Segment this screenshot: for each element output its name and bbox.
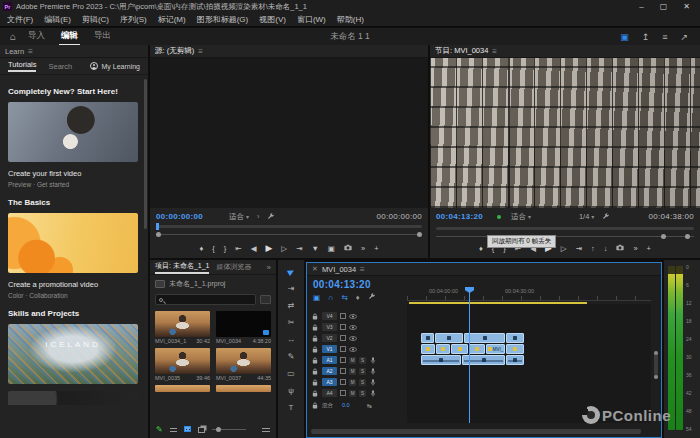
- tab-import[interactable]: 导入: [28, 28, 45, 45]
- track-name-v1[interactable]: V1: [322, 345, 337, 353]
- tab-tutorials[interactable]: Tutorials: [8, 60, 36, 72]
- close-icon[interactable]: ✕: [312, 265, 318, 273]
- source-monitor-tab[interactable]: 源: (无剪辑): [155, 46, 194, 57]
- button-editor-icon[interactable]: +: [647, 244, 651, 253]
- project-clip[interactable]: MVI_003539:46: [155, 348, 210, 381]
- timeline-vertical-scrollbar[interactable]: [654, 351, 658, 379]
- dropped-frame-indicator[interactable]: [497, 215, 501, 219]
- project-tab[interactable]: 项目: 未命名_1_1: [155, 261, 209, 274]
- sync-lock-icon[interactable]: [340, 357, 346, 363]
- lock-icon[interactable]: [311, 390, 319, 397]
- selection-tool[interactable]: ▶: [283, 264, 299, 280]
- thumbnail-zoom-slider[interactable]: [212, 426, 246, 432]
- lock-icon[interactable]: [311, 313, 319, 320]
- button-editor-icon[interactable]: +: [374, 244, 378, 253]
- program-zoom-scrollbar[interactable]: [436, 234, 694, 239]
- new-bin-icon[interactable]: [260, 295, 271, 304]
- overwrite-icon[interactable]: ▣: [328, 244, 335, 253]
- solo-button[interactable]: S: [359, 368, 366, 375]
- tab-edit[interactable]: 编辑: [61, 28, 78, 45]
- insert-icon[interactable]: ▼: [311, 244, 318, 253]
- timeline-clip[interactable]: [436, 344, 450, 354]
- minimize-button[interactable]: –: [639, 2, 643, 11]
- tutorial-card-partial[interactable]: [8, 391, 138, 405]
- timeline-horizontal-scrollbar[interactable]: [311, 429, 641, 434]
- add-marker-icon[interactable]: ♦: [356, 293, 360, 302]
- timeline-clip[interactable]: [469, 344, 485, 354]
- step-back-icon[interactable]: ◀: [251, 244, 257, 253]
- project-search-input[interactable]: [155, 294, 256, 305]
- play-icon[interactable]: ▶: [265, 243, 272, 253]
- rectangle-tool[interactable]: ▭: [285, 368, 297, 379]
- tab-export[interactable]: 导出: [94, 28, 111, 45]
- mic-icon[interactable]: [369, 379, 377, 386]
- program-current-timecode[interactable]: 00:04:13:20: [436, 212, 483, 221]
- clip-thumbnail[interactable]: [155, 348, 210, 374]
- tutorial-card-title[interactable]: Create your first video: [8, 169, 140, 178]
- add-marker-icon[interactable]: ♦: [479, 244, 483, 253]
- add-marker-icon[interactable]: ♦: [199, 244, 203, 253]
- mic-icon[interactable]: [369, 368, 377, 375]
- sync-lock-icon[interactable]: [340, 313, 346, 319]
- timeline-settings-icon[interactable]: [368, 293, 376, 302]
- panel-menu-icon[interactable]: ≡: [198, 47, 203, 56]
- zoom-handle-left[interactable]: [661, 234, 666, 239]
- project-clip[interactable]: MVI_003744:35: [216, 348, 271, 381]
- track-name-a4[interactable]: A4: [322, 389, 337, 397]
- source-scrub-bar[interactable]: [156, 225, 422, 228]
- timeline-clip[interactable]: [435, 333, 463, 343]
- mark-in-icon[interactable]: {: [212, 244, 215, 253]
- source-zoom-select[interactable]: 适合▾: [229, 212, 249, 222]
- timeline-clip[interactable]: [506, 333, 524, 343]
- project-clip-partial[interactable]: [216, 385, 271, 392]
- timeline-clip[interactable]: [506, 344, 524, 354]
- timeline-clip[interactable]: [464, 333, 505, 343]
- track-output-eye-icon[interactable]: [349, 346, 357, 353]
- track-select-tool[interactable]: ⇥: [285, 283, 297, 294]
- timeline-clip[interactable]: MVI_: [486, 344, 505, 354]
- timeline-audio-clip[interactable]: [421, 355, 461, 365]
- project-clip[interactable]: MVI_0034_130:42: [155, 311, 210, 344]
- tutorial-card-image-oranges[interactable]: [8, 213, 138, 273]
- lock-icon[interactable]: [311, 335, 319, 342]
- go-to-out-icon[interactable]: ⇥: [576, 244, 582, 253]
- sequence-tab[interactable]: MVI_0034: [322, 265, 356, 274]
- overflow-icon[interactable]: »: [361, 244, 365, 253]
- workspaces-icon[interactable]: ≡: [662, 32, 667, 42]
- home-icon[interactable]: ⌂: [10, 31, 16, 42]
- go-to-out-icon[interactable]: ⇥: [296, 244, 302, 253]
- panel-menu-icon[interactable]: ≡: [492, 47, 497, 56]
- track-name-a3[interactable]: A3: [322, 378, 337, 386]
- mute-button[interactable]: M: [349, 357, 356, 364]
- source-zoom-scrollbar[interactable]: [156, 232, 422, 237]
- razor-tool[interactable]: ✂: [285, 317, 297, 328]
- timeline-clip[interactable]: [421, 333, 434, 343]
- menu-markers[interactable]: 标记(M): [158, 14, 186, 25]
- share-icon[interactable]: ↥: [642, 32, 650, 42]
- lock-icon[interactable]: [311, 346, 319, 353]
- timeline-audio-clip[interactable]: [506, 355, 524, 365]
- track-output-eye-icon[interactable]: [349, 313, 357, 320]
- lock-icon[interactable]: [311, 368, 319, 375]
- sync-lock-icon[interactable]: [340, 324, 346, 330]
- learn-scrollbar[interactable]: [144, 79, 147, 229]
- sync-lock-icon[interactable]: [340, 346, 346, 352]
- linked-selection-icon[interactable]: ⇆: [341, 293, 347, 302]
- clip-thumbnail[interactable]: [216, 348, 271, 374]
- my-learning-button[interactable]: My Learning: [90, 62, 140, 70]
- mute-button[interactable]: M: [349, 379, 356, 386]
- freeform-view-icon[interactable]: [198, 427, 205, 433]
- icon-view-icon[interactable]: [184, 426, 191, 432]
- menu-graphics[interactable]: 图形和标题(G): [197, 14, 249, 25]
- menu-help[interactable]: 帮助(H): [337, 14, 364, 25]
- overflow-icon[interactable]: »: [267, 263, 271, 272]
- track-output-eye-icon[interactable]: [349, 324, 357, 331]
- writable-indicator-icon[interactable]: ✎: [156, 425, 163, 434]
- menu-edit[interactable]: 编辑(E): [44, 14, 71, 25]
- zoom-handle-right[interactable]: [417, 232, 422, 237]
- project-clip[interactable]: MVI_00344:38:20: [216, 311, 271, 344]
- maximize-button[interactable]: ▢: [660, 2, 668, 11]
- track-output-eye-icon[interactable]: [349, 335, 357, 342]
- sync-lock-icon[interactable]: [340, 390, 346, 396]
- tab-search[interactable]: Search: [48, 62, 72, 71]
